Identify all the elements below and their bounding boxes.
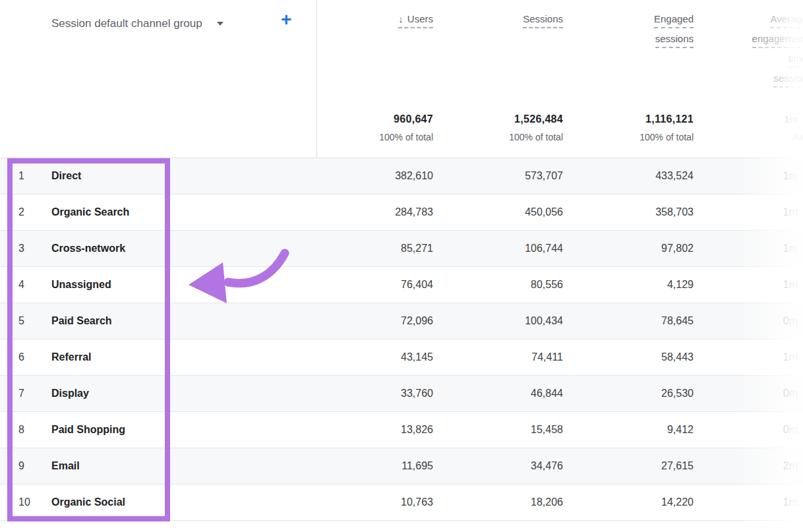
- total-users-subtext: 100% of total: [379, 132, 433, 142]
- column-header-sessions[interactable]: Sessions: [523, 13, 563, 28]
- channel-name: Display: [51, 376, 89, 411]
- row-index: 9: [18, 448, 41, 484]
- column-header-engaged-line1: Engaged: [654, 13, 694, 28]
- channel-name: Referral: [51, 340, 91, 375]
- row-index: 4: [18, 267, 41, 303]
- users-value: 76,404: [401, 267, 433, 303]
- column-header-avg-line4: session: [773, 73, 803, 88]
- engaged-sessions-value: 58,443: [661, 340, 694, 375]
- engaged-sessions-value: 9,412: [667, 412, 694, 448]
- users-value: 11,695: [402, 448, 433, 484]
- row-index: 7: [18, 376, 41, 411]
- channel-name: Paid Search: [51, 303, 112, 339]
- users-value: 72,096: [401, 303, 433, 339]
- avg-engagement-time-value: 0m: [783, 303, 803, 339]
- channel-name: Organic Social: [51, 485, 125, 520]
- table-row: 2Organic Search284,783450,056358,7031m: [0, 194, 803, 231]
- table-row: 9Email11,69534,47627,6152m: [0, 448, 803, 485]
- total-sessions-value: 1,526,484: [509, 113, 563, 125]
- total-avg-engagement-time-subtext: Avg: [784, 131, 803, 142]
- table-row: 1Direct382,610573,707433,5241m: [0, 158, 803, 194]
- users-value: 33,760: [401, 376, 433, 411]
- channel-name: Paid Shopping: [51, 412, 125, 448]
- row-index: 1: [18, 158, 41, 194]
- table-row: 10Organic Social10,76318,20614,2201m: [0, 485, 803, 521]
- engaged-sessions-value: 97,802: [661, 231, 694, 266]
- dimension-picker[interactable]: Session default channel group: [51, 17, 223, 30]
- engaged-sessions-value: 27,615: [661, 448, 694, 484]
- total-sessions-subtext: 100% of total: [509, 132, 563, 142]
- sessions-value: 15,458: [531, 412, 563, 448]
- table-body: 1Direct382,610573,707433,5241m2Organic S…: [0, 158, 803, 521]
- chevron-down-icon: [217, 22, 223, 26]
- total-engaged-sessions-subtext: 100% of total: [639, 132, 694, 142]
- avg-engagement-time-value: 2m: [783, 448, 803, 484]
- total-engaged-sessions: 1,116,121 100% of total: [639, 113, 694, 142]
- users-value: 284,783: [395, 194, 433, 230]
- table-row: 5Paid Search72,096100,43478,6450m: [0, 303, 803, 340]
- avg-engagement-time-value: 1m: [783, 267, 803, 303]
- avg-engagement-time-value: 1m: [783, 231, 803, 266]
- engaged-sessions-value: 4,129: [667, 267, 694, 303]
- total-users: 960,647 100% of total: [379, 113, 433, 142]
- sessions-value: 573,707: [525, 158, 563, 194]
- users-value: 85,271: [401, 231, 433, 266]
- avg-engagement-time-value: 1m: [783, 485, 803, 520]
- row-index: 3: [18, 231, 41, 266]
- column-header-avg-line2: engagement: [752, 33, 803, 48]
- engaged-sessions-value: 26,530: [661, 376, 694, 411]
- row-index: 10: [18, 485, 41, 520]
- channel-name: Direct: [51, 158, 81, 194]
- row-index: 8: [18, 412, 41, 448]
- column-header-engaged-line2: sessions: [655, 33, 694, 48]
- row-index: 6: [18, 340, 41, 375]
- engaged-sessions-value: 358,703: [655, 194, 694, 230]
- total-engaged-sessions-value: 1,116,121: [639, 113, 694, 125]
- sessions-value: 74,411: [531, 340, 563, 375]
- table-row: 7Display33,76046,84426,5300m: [0, 376, 803, 412]
- ga4-traffic-acquisition-table: Session default channel group + ↓Users S…: [0, 0, 803, 532]
- users-value: 43,145: [401, 340, 433, 375]
- table-row: 4Unassigned76,40480,5564,1291m: [0, 267, 803, 303]
- users-value: 10,763: [401, 485, 433, 520]
- dimension-picker-label: Session default channel group: [51, 17, 202, 30]
- sort-descending-icon: ↓: [398, 13, 403, 24]
- users-value: 13,826: [401, 412, 433, 448]
- table-row: 8Paid Shopping13,82615,4589,4120m: [0, 412, 803, 448]
- sessions-value: 46,844: [531, 376, 563, 411]
- engaged-sessions-value: 433,524: [655, 158, 694, 194]
- users-value: 382,610: [395, 158, 433, 194]
- channel-name: Organic Search: [51, 194, 129, 230]
- avg-engagement-time-value: 1m: [783, 158, 803, 194]
- column-header-avg-line3: time: [788, 53, 803, 68]
- row-index: 2: [18, 194, 41, 230]
- column-header-avg-line1: Average: [770, 13, 803, 28]
- channel-name: Unassigned: [51, 267, 111, 303]
- channel-name: Cross-network: [51, 231, 125, 266]
- sessions-value: 106,744: [525, 231, 563, 266]
- sessions-value: 34,476: [531, 448, 563, 484]
- column-header-users[interactable]: ↓Users: [398, 13, 433, 28]
- column-header-avg-engagement-time[interactable]: Average engagement time session: [752, 13, 803, 92]
- total-avg-engagement-time: 1m Avg: [784, 113, 803, 142]
- column-header-users-label: Users: [407, 13, 433, 24]
- total-sessions: 1,526,484 100% of total: [509, 113, 563, 142]
- avg-engagement-time-value: 1m: [783, 340, 803, 375]
- total-avg-engagement-time-value: 1m: [784, 113, 798, 125]
- avg-engagement-time-value: 0m: [783, 376, 803, 411]
- engaged-sessions-value: 14,220: [661, 485, 694, 520]
- avg-engagement-time-value: 0m: [783, 412, 803, 448]
- column-header-engaged-sessions[interactable]: Engaged sessions: [654, 13, 694, 53]
- add-dimension-button[interactable]: +: [281, 9, 291, 30]
- table-row: 3Cross-network85,271106,74497,8021m: [0, 231, 803, 267]
- avg-engagement-time-value: 1m: [783, 194, 803, 230]
- sessions-value: 80,556: [531, 267, 563, 303]
- sessions-value: 18,206: [531, 485, 563, 520]
- channel-name: Email: [51, 448, 80, 484]
- row-index: 5: [18, 303, 41, 339]
- sessions-value: 450,056: [525, 194, 563, 230]
- sessions-value: 100,434: [525, 303, 563, 339]
- engaged-sessions-value: 78,645: [661, 303, 694, 339]
- total-users-value: 960,647: [379, 113, 433, 125]
- table-row: 6Referral43,14574,41158,4431m: [0, 340, 803, 376]
